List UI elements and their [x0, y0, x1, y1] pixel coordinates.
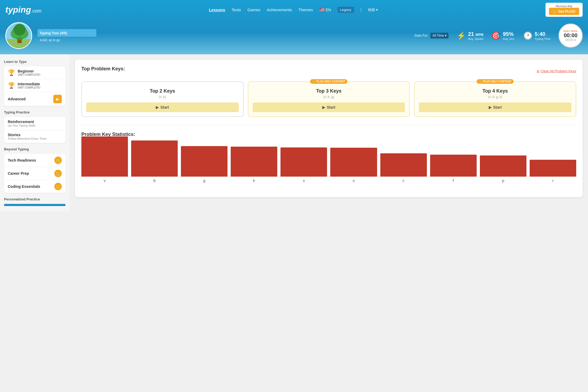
play-icon-2: ▶	[322, 105, 325, 109]
clear-problem-keys-link[interactable]: ⊖ Clear All Problem Keys	[537, 69, 576, 73]
top4-start-button[interactable]: ▶ Start	[419, 102, 571, 112]
legacy-button[interactable]: Legacy	[337, 7, 354, 13]
problem-keys-card: Top Problem Keys: ⊖ Clear All Problem Ke…	[75, 60, 583, 197]
top2-start-button[interactable]: ▶ Start	[86, 102, 239, 112]
learn-card: 🏆 Beginner Unit Complete! 🏆 Intermediate…	[4, 66, 66, 106]
sidebar-item-intermediate[interactable]: 🏆 Intermediate Unit Complete!	[4, 79, 66, 92]
bar-x	[280, 147, 327, 177]
minus-icon: ⊖	[537, 69, 540, 73]
lightning-icon: ⚡	[457, 31, 466, 40]
sidebar-item-advanced[interactable]: Advanced ▶	[4, 92, 66, 106]
personalized-bar	[4, 204, 66, 206]
top3-keys: (v, b, g)	[253, 95, 405, 99]
crown-icon: 👑	[553, 9, 557, 13]
nav-achievements[interactable]: Achievements	[267, 7, 292, 12]
career-title: Career Prep	[8, 171, 29, 176]
xp-label: 4,841 xp to go	[40, 38, 96, 42]
crown-small-icon-2: 👑	[479, 80, 482, 83]
sidebar-item-coding[interactable]: Coding Essentials 👑	[4, 180, 66, 193]
profile-area: Typing Tree (4/5) 4,841 xp to go Stats F…	[0, 20, 588, 54]
sidebar-item-beginner[interactable]: 🏆 Beginner Unit Complete!	[4, 66, 66, 79]
problem-keys-header: Top Problem Keys: ⊖ Clear All Problem Ke…	[81, 66, 576, 76]
daily-goal-target: /25:00 ⚙	[565, 39, 576, 41]
top3-title: Top 3 Keys	[253, 88, 405, 94]
stories-title: Stories	[8, 133, 47, 137]
top2-keys-card: Top 2 Keys (v, b) ▶ Start	[81, 81, 244, 117]
crown-icon-tech: 👑	[54, 157, 62, 164]
avg-speed-value: 21 WPM	[468, 31, 483, 37]
language-selector[interactable]: 🇺🇸 EN	[319, 7, 331, 12]
bar-group-p: p	[480, 155, 526, 183]
avg-speed-stat: ⚡ 21 WPM Avg. Speed	[457, 31, 483, 40]
chart-title: Problem Key Statistics:	[81, 132, 576, 137]
bar-r	[530, 160, 576, 177]
intermediate-subtitle: Unit Complete!	[18, 86, 40, 89]
beyond-card: Tech Readiness 👑 Career Prep 👑 Coding Es…	[4, 154, 66, 193]
avg-acc-value: 95%	[503, 31, 515, 37]
chinese-label: 校园	[368, 7, 375, 12]
beginner-title: Beginner	[18, 69, 40, 73]
stats-filter-dropdown[interactable]: All Time ▾	[430, 33, 449, 39]
chevron-down-icon: ▾	[376, 8, 378, 12]
sidebar-item-tech[interactable]: Tech Readiness 👑	[4, 154, 66, 167]
typing-time-value: 5:40	[535, 31, 551, 37]
problem-keys-chart: vbgkxscfpr	[81, 143, 576, 191]
intermediate-title: Intermediate	[18, 82, 40, 86]
bar-group-x: x	[280, 147, 327, 183]
trophy-icon-intermediate: 🏆	[8, 82, 15, 89]
bar-label-f: f	[453, 178, 454, 183]
advanced-title: Advanced	[8, 97, 26, 101]
bar-group-b: b	[131, 140, 178, 183]
daily-goal-label: DAILY GOAL	[563, 30, 578, 32]
right-content: Top Problem Keys: ⊖ Clear All Problem Ke…	[70, 54, 588, 211]
beginner-subtitle: Unit Complete!	[18, 73, 40, 76]
play-icon-3: ▶	[489, 105, 492, 109]
sidebar-item-stories[interactable]: Stories A New Adventure Every Time!	[4, 130, 66, 143]
tech-title: Tech Readiness	[8, 158, 36, 162]
bar-group-s: s	[330, 148, 377, 183]
top4-keys: (v, b, g, k)	[419, 95, 571, 99]
bar-label-c: c	[403, 178, 405, 183]
personalized-practice-title: Personalized Practice	[4, 197, 66, 201]
nav-separator: |	[361, 7, 362, 13]
daily-goal-time: 00:00	[564, 32, 577, 39]
bar-group-k: k	[231, 147, 277, 183]
nav-themes[interactable]: Themes	[298, 7, 313, 12]
avg-acc-label: Avg. Acc.	[503, 37, 515, 40]
top4-title: Top 4 Keys	[419, 88, 571, 94]
bar-s	[330, 148, 377, 177]
progress-section: Typing Tree (4/5) 4,841 xp to go	[37, 29, 96, 42]
nav-games[interactable]: Games	[247, 7, 260, 12]
play-icon: ▶	[156, 105, 159, 109]
bar-label-g: g	[203, 178, 205, 183]
section-divider	[81, 125, 576, 125]
sidebar-item-career[interactable]: Career Prep 👑	[4, 167, 66, 180]
trophy-icon-beginner: 🏆	[8, 69, 15, 76]
problem-keys-grid: Top 2 Keys (v, b) ▶ Start 👑 PLUS ONLY CO…	[81, 81, 576, 117]
reinforcement-title: Reinforcement	[8, 120, 35, 124]
bar-f	[430, 155, 477, 177]
stories-subtitle: A New Adventure Every Time!	[8, 137, 47, 140]
sidebar-item-reinforcement[interactable]: Reinforcement Up Your Typing Skills	[4, 117, 66, 130]
advanced-play-button[interactable]: ▶	[53, 95, 62, 103]
nav-tests[interactable]: Tests	[232, 7, 241, 12]
ads-widget: Remove Ads 👑 Get PLUS!	[545, 3, 583, 17]
bar-c	[380, 153, 427, 177]
sidebar: Learn to Type 🏆 Beginner Unit Complete! …	[0, 54, 70, 211]
typing-time-label: Typing Time	[535, 37, 551, 40]
logo: typing .com	[5, 5, 41, 15]
stats-for: Stats For: All Time ▾	[414, 33, 449, 39]
wpm-unit: WPM	[476, 33, 483, 37]
chinese-lang[interactable]: 校园 ▾	[368, 7, 378, 12]
avatar	[5, 22, 32, 49]
bar-label-r: r	[552, 178, 553, 183]
get-plus-button[interactable]: 👑 Get PLUS!	[549, 8, 579, 15]
nav-lessons[interactable]: Lessons	[209, 7, 225, 12]
typing-time-stat: 🕐 5:40 Typing Time	[523, 31, 551, 40]
top4-keys-card: 👑 PLUS ONLY CONTENT Top 4 Keys (v, b, g,…	[414, 81, 576, 117]
gear-icon[interactable]: ⚙	[574, 39, 576, 41]
plus-badge-top4: 👑 PLUS ONLY CONTENT	[477, 79, 514, 84]
top3-start-button[interactable]: ▶ Start	[253, 102, 405, 112]
plus-badge-top3: 👑 PLUS ONLY CONTENT	[310, 79, 347, 84]
bar-label-x: x	[303, 178, 305, 183]
